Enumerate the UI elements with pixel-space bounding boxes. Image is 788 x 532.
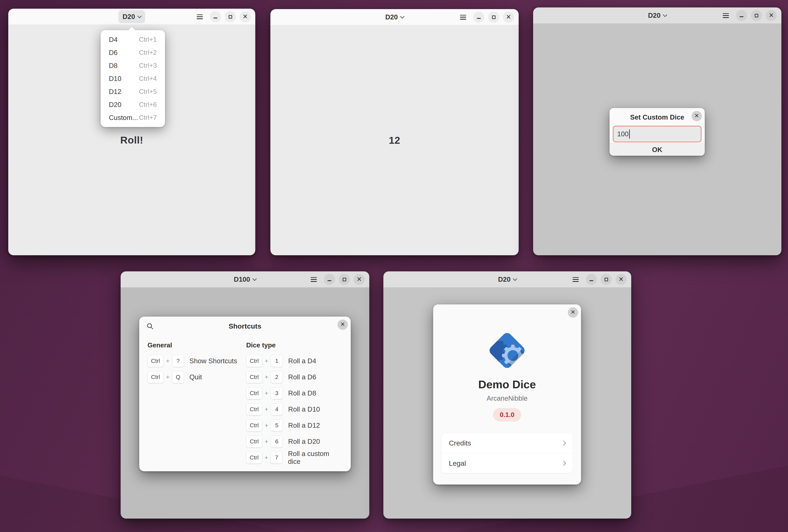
menu-item-d12[interactable]: D12 Ctrl+5 <box>101 85 165 98</box>
keycap: 5 <box>271 419 283 431</box>
text-cursor <box>629 130 630 139</box>
about-dialog: × <box>433 304 581 485</box>
dice-type-menu-button[interactable]: D20 <box>381 11 408 23</box>
titlebar: D20 × <box>383 271 631 288</box>
minimize-button[interactable] <box>736 10 747 21</box>
window-roll-result: D20 × 12 <box>270 9 519 255</box>
window-title: D20 <box>498 276 511 283</box>
minimize-button[interactable] <box>210 11 221 22</box>
minimize-icon <box>590 280 593 281</box>
close-button[interactable]: × <box>503 12 514 23</box>
minimize-button[interactable] <box>586 274 597 285</box>
minimize-icon <box>477 18 481 19</box>
maximize-icon <box>755 14 758 17</box>
shortcut-row: Ctrl + 2 Roll a D6 <box>246 371 342 383</box>
menu-item-d6[interactable]: D6 Ctrl+2 <box>101 46 165 59</box>
keycap: 3 <box>271 387 283 399</box>
dice-type-menu-button[interactable]: D20 <box>494 273 521 286</box>
legal-row[interactable]: Legal <box>441 453 573 473</box>
about-close-button[interactable]: × <box>568 307 578 318</box>
close-icon: × <box>571 308 575 316</box>
titlebar: D20 × <box>533 7 782 23</box>
plus-sign: + <box>265 406 269 413</box>
close-icon: × <box>340 320 345 328</box>
ok-button[interactable]: OK <box>610 143 705 156</box>
shortcuts-header: Shortcuts × <box>139 317 351 336</box>
chevron-down-icon <box>252 277 257 281</box>
version-badge[interactable]: 0.1.0 <box>493 408 521 421</box>
app-developer: ArcaneNibble <box>433 394 581 402</box>
window-title: D20 <box>385 13 398 21</box>
search-icon[interactable] <box>146 322 154 331</box>
keycap: ? <box>172 355 184 367</box>
plus-sign: + <box>265 438 269 445</box>
menu-item-d8[interactable]: D8 Ctrl+3 <box>101 59 165 72</box>
keycap: Q <box>172 371 184 383</box>
keycap-ctrl: Ctrl <box>246 355 262 367</box>
main-menu-icon[interactable] <box>197 15 203 19</box>
maximize-icon <box>229 15 232 19</box>
window-body: 12 <box>270 25 519 255</box>
maximize-button[interactable] <box>488 12 499 23</box>
chevron-down-icon <box>663 13 667 17</box>
close-button[interactable]: × <box>766 10 777 21</box>
maximize-icon <box>492 16 495 19</box>
minimize-button[interactable] <box>324 274 335 285</box>
chevron-right-icon <box>561 440 566 446</box>
app-name: Demo Dice <box>433 378 581 391</box>
roll-result-value: 12 <box>389 135 400 146</box>
keycap-ctrl: Ctrl <box>246 403 262 415</box>
plus-sign: + <box>166 357 170 364</box>
plus-sign: + <box>265 374 269 381</box>
maximize-icon <box>343 278 346 281</box>
roll-button[interactable]: Roll! <box>120 134 143 146</box>
shortcut-row: Ctrl + 4 Roll a D10 <box>246 403 342 415</box>
minimize-button[interactable] <box>473 12 485 23</box>
titlebar: D20 × <box>8 9 255 25</box>
dice-type-menu-button[interactable]: D100 <box>230 273 260 286</box>
dialog-close-button[interactable]: × <box>692 111 702 121</box>
keycap: 2 <box>271 371 283 383</box>
chevron-down-icon <box>137 14 142 18</box>
window-title: D20 <box>122 13 135 21</box>
plus-sign: + <box>265 357 269 364</box>
menu-item-d10[interactable]: D10 Ctrl+4 <box>101 72 165 85</box>
titlebar: D100 × <box>121 271 369 288</box>
maximize-button[interactable] <box>339 274 350 285</box>
shortcut-row: Ctrl + 1 Roll a D4 <box>246 355 342 367</box>
maximize-button[interactable] <box>751 10 762 21</box>
window-about: D20 × × <box>383 271 631 518</box>
dice-type-menu-button[interactable]: D20 <box>118 10 145 23</box>
shortcuts-dialog: Shortcuts × General Ctrl + ? Show Shortc… <box>139 317 351 471</box>
maximize-button[interactable] <box>600 274 612 285</box>
shortcuts-close-button[interactable]: × <box>337 319 348 330</box>
menu-item-custom[interactable]: Custom... Ctrl+7 <box>101 111 165 124</box>
section-heading-dice-type: Dice type <box>246 341 342 349</box>
maximize-icon <box>605 278 608 281</box>
close-icon: × <box>243 12 248 20</box>
minimize-icon <box>328 280 331 281</box>
chevron-down-icon <box>400 14 405 19</box>
chevron-right-icon <box>561 461 566 466</box>
dice-type-menu-button[interactable]: D20 <box>644 9 671 22</box>
chevron-down-icon <box>513 277 517 281</box>
menu-item-d20[interactable]: D20 Ctrl+6 <box>101 98 165 111</box>
close-button[interactable]: × <box>354 274 365 285</box>
main-menu-icon[interactable] <box>460 15 466 20</box>
keycap-ctrl: Ctrl <box>147 371 163 383</box>
close-button[interactable]: × <box>615 274 627 285</box>
main-menu-icon[interactable] <box>573 277 579 282</box>
main-menu-icon[interactable] <box>723 13 729 18</box>
menu-item-d4[interactable]: D4 Ctrl+1 <box>101 33 165 46</box>
plus-sign: + <box>264 454 268 461</box>
keycap-ctrl: Ctrl <box>147 355 163 367</box>
maximize-button[interactable] <box>225 11 236 22</box>
credits-row[interactable]: Credits <box>441 433 573 453</box>
main-menu-icon[interactable] <box>311 277 317 282</box>
custom-dice-input[interactable]: 100 <box>613 126 702 142</box>
close-button[interactable]: × <box>240 11 251 22</box>
window-custom-dice: D20 × Set Custom Dice × 100 OK <box>533 7 782 255</box>
minimize-icon <box>214 18 217 18</box>
shortcut-row: Ctrl + 5 Roll a D12 <box>246 419 342 432</box>
app-icon <box>486 329 529 372</box>
